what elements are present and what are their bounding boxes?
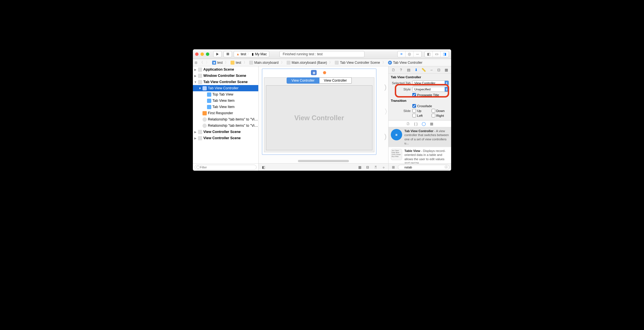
disclosure-triangle-icon[interactable]: ▶: [194, 130, 197, 134]
embed-in-button[interactable]: ▦: [357, 165, 363, 170]
quick-help-icon[interactable]: ?: [398, 67, 404, 73]
right-checkbox[interactable]: Right: [432, 114, 449, 117]
crossfade-row: Crossfade: [391, 104, 449, 108]
media-library-icon[interactable]: ▦: [430, 122, 433, 126]
left-panel-toggle-icon[interactable]: ◧: [425, 51, 433, 57]
outline-row[interactable]: Relationship "tab items" to "View...: [193, 122, 258, 129]
library-grid-toggle[interactable]: ⊞: [390, 165, 396, 170]
identity-inspector-icon[interactable]: ▤: [406, 67, 411, 73]
outline-row[interactable]: ▶ View Controller Scene: [193, 135, 258, 141]
outline-row[interactable]: ▶ Window Controller Scene: [193, 73, 258, 79]
style-popup[interactable]: Unspecified▲▼: [412, 87, 449, 92]
assistant-editor-icon[interactable]: ◎: [406, 51, 413, 57]
storyboard-canvas[interactable]: ▦ ⬣ View Controller View Controller View…: [259, 66, 388, 163]
object-library-icon[interactable]: ◯: [422, 122, 426, 126]
resolve-issues-button[interactable]: ⟐: [380, 165, 387, 170]
disclosure-triangle-icon[interactable]: ▶: [194, 137, 197, 140]
library-item-text: Tab View Controller - A view controller …: [404, 129, 449, 145]
connections-inspector-icon[interactable]: →: [428, 67, 434, 73]
bindings-inspector-icon[interactable]: ⊡: [436, 67, 442, 73]
breadcrumb[interactable]: ◆test〉 test〉 Main.storyboard〉 Main.story…: [212, 60, 422, 65]
orange-icon: [202, 111, 207, 115]
code-snippet-library-icon[interactable]: { }: [414, 122, 417, 126]
library-search-input[interactable]: [398, 165, 449, 170]
outline-row[interactable]: Tab View Item: [193, 98, 258, 104]
align-button[interactable]: ⊟: [364, 165, 371, 170]
stepper-icon: ▲▼: [445, 81, 449, 85]
disclosure-triangle-icon[interactable]: ▼: [199, 87, 201, 90]
zoom-window-button[interactable]: [206, 52, 209, 56]
status-text: Finished running test : test: [283, 52, 323, 56]
rel-icon: [202, 117, 207, 122]
outline-label: Tab View Item: [212, 105, 258, 109]
library-list[interactable]: ▦ Tab View Controller - A view controlle…: [389, 127, 451, 163]
segue-handle-icon[interactable]: ): [384, 83, 388, 91]
outline-row[interactable]: ▼ Tab View Controller Scene: [193, 79, 258, 85]
outline-row[interactable]: Relationship "tab items" to "View...: [193, 116, 258, 122]
bottom-panel-toggle-icon[interactable]: ▭: [433, 51, 441, 57]
library-item[interactable]: ▦ Tab View Controller - A view controlle…: [389, 127, 451, 147]
transition-title: Transition: [391, 99, 449, 102]
outline-row[interactable]: Tab View Item: [193, 104, 258, 110]
minimize-window-button[interactable]: [201, 52, 204, 56]
svg-rect-0: [227, 53, 229, 55]
right-panel-toggle-icon[interactable]: ◨: [441, 51, 449, 57]
back-button[interactable]: 〈: [200, 60, 203, 65]
outline-row[interactable]: Top Tab View: [193, 91, 258, 98]
outline-label: First Responder: [208, 111, 258, 115]
disclosure-triangle-icon[interactable]: ▼: [194, 81, 197, 84]
file-inspector-icon[interactable]: 🗋: [391, 67, 396, 73]
controller-icon[interactable]: ▦: [311, 70, 317, 75]
editor-mode-segmented[interactable]: ≡ ◎ ↔: [397, 51, 422, 57]
clear-search-icon[interactable]: ⓧ: [445, 165, 448, 169]
outline-row[interactable]: First Responder: [193, 110, 258, 116]
play-icon: [216, 53, 219, 56]
library-item[interactable]: Jon Clear Kelly Blue Chris Green Ron Pin…: [389, 147, 451, 163]
destination-name: My Mac: [255, 52, 267, 56]
up-checkbox[interactable]: Up: [412, 109, 430, 113]
size-inspector-icon[interactable]: 📏: [421, 67, 427, 73]
forward-button[interactable]: 〉: [206, 60, 209, 65]
pin-button[interactable]: ᛗ: [372, 165, 379, 170]
scheme-selector[interactable]: ▲ test 〉 ▮ My Mac: [234, 51, 269, 57]
tab-1[interactable]: View Controller: [287, 77, 319, 84]
tab-2[interactable]: View Controller: [319, 77, 352, 84]
outline-row[interactable]: ▶ View Controller Scene: [193, 129, 258, 135]
close-window-button[interactable]: [195, 52, 199, 56]
version-editor-icon[interactable]: ↔: [413, 51, 421, 57]
left-checkbox[interactable]: Left: [412, 114, 430, 117]
crossfade-checkbox[interactable]: Crossfade: [412, 104, 432, 108]
propagate-checkbox[interactable]: Propagate Title: [412, 93, 439, 97]
file-template-library-icon[interactable]: 🗋: [406, 122, 410, 126]
outline-row[interactable]: ▼ Tab View Controller: [193, 85, 258, 91]
standard-editor-icon[interactable]: ≡: [398, 51, 406, 57]
disclosure-triangle-icon[interactable]: ▶: [194, 74, 197, 77]
run-button[interactable]: [213, 51, 222, 57]
horizontal-scrollbar[interactable]: [298, 160, 349, 162]
effects-inspector-icon[interactable]: ▦: [443, 67, 449, 73]
selected-tab-popup[interactable]: View Controller▲▼: [412, 81, 449, 86]
outline-filter-input[interactable]: [195, 165, 257, 170]
inspector-body: Tab View Controller Selected Tab View Co…: [389, 74, 451, 120]
outline-label: Relationship "tab items" to "View...: [208, 124, 258, 128]
scene-icon: [335, 61, 339, 65]
stop-button[interactable]: [223, 51, 232, 57]
storyboard-icon: [249, 61, 253, 65]
down-checkbox[interactable]: Down: [432, 109, 449, 113]
panel-toggle-segmented[interactable]: ◧ ▭ ◨: [425, 51, 449, 57]
tab-view-controller-canvas[interactable]: ▦ ⬣ View Controller View Controller View…: [262, 69, 376, 155]
outline-footer: ◯: [193, 163, 258, 171]
related-items-icon[interactable]: ⊞: [195, 61, 197, 65]
attributes-inspector-icon[interactable]: ⬇: [413, 67, 419, 73]
outline-label: Tab View Controller: [208, 86, 258, 90]
disclosure-triangle-icon[interactable]: ▶: [194, 68, 197, 71]
first-responder-icon[interactable]: ⬣: [322, 70, 327, 75]
segue-handle-icon[interactable]: 〉: [384, 107, 388, 116]
rel-icon: [202, 124, 207, 128]
slide-row-2: Left Right: [391, 114, 449, 117]
outline-toggle-button[interactable]: ◧: [260, 165, 266, 170]
swift-file-icon: ◆: [212, 61, 216, 65]
outline-row[interactable]: ▶ Application Scene: [193, 66, 258, 73]
segue-handle-icon[interactable]: ): [384, 132, 388, 140]
outline-list[interactable]: ▶ Application Scene▶ Window Controller S…: [193, 66, 258, 163]
